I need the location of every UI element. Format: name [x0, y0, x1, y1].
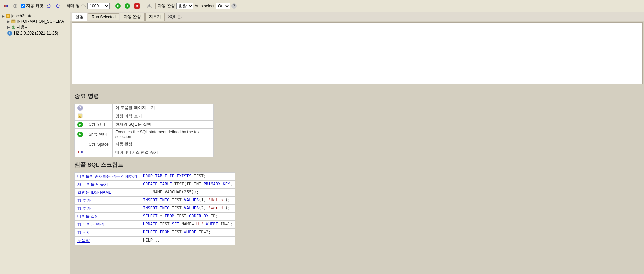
cmd-desc-help: 이 도움말 페이지 보기	[113, 104, 214, 112]
sample-row-delete: 행 삭제 DELETE FROM TEST WHERE ID=2;	[75, 229, 235, 237]
sample-link-help[interactable]: 도움말	[75, 237, 140, 245]
connection-item[interactable]: ▶ jdbc:h2:~/test	[1, 13, 69, 19]
sample-code-select: SELECT * FROM TEST ORDER BY ID;	[140, 213, 235, 221]
svg-rect-12	[11, 20, 15, 23]
sep3	[143, 3, 143, 9]
cmd-shortcut-autocomplete: Ctrl+Space	[86, 140, 113, 148]
cmd-row-disconnect: 데이터베이스 연결 끊기	[75, 148, 214, 157]
max-rows-select[interactable]: 100 1000 10000 100000	[87, 3, 110, 9]
svg-point-4	[15, 5, 16, 7]
connect-button[interactable]	[2, 3, 10, 9]
svg-text:★: ★	[79, 117, 81, 118]
help-area: 중요 명령 ? 이 도움말 페이지 보기	[70, 86, 644, 274]
tab-run-selected[interactable]: Run Selected	[88, 13, 119, 20]
users-icon	[11, 25, 16, 30]
tab-auto-complete[interactable]: 자동 완성	[120, 13, 145, 21]
version-icon: i	[7, 31, 12, 36]
history-button[interactable]	[45, 3, 53, 9]
disconnect-icon	[77, 149, 83, 155]
sample-row-help: 도움말 HELP ...	[75, 237, 235, 245]
cmd-shortcut-disconnect	[86, 148, 113, 157]
sample-row-insert1: 행 추가 INSERT INTO TEST VALUES(1, 'Hello')…	[75, 197, 235, 205]
sample-row-select: 테이블 질의 SELECT * FROM TEST ORDER BY ID;	[75, 213, 235, 221]
connect-icon	[3, 3, 9, 9]
svg-rect-13	[12, 20, 15, 21]
sidebar: ▶ jdbc:h2:~/test ▶ INFORMATION_SCHEMA ▶	[0, 12, 70, 274]
version-item: i H2 2.0.202 (2021-11-25)	[7, 30, 69, 36]
sample-link-select[interactable]: 테이블 질의	[75, 213, 140, 221]
svg-marker-22	[79, 133, 81, 135]
cmd-shortcut-run: Ctrl+엔터	[86, 121, 113, 129]
svg-rect-7	[147, 7, 151, 8]
run-cmd-icon	[77, 122, 83, 127]
stop-icon	[134, 3, 140, 9]
svg-rect-1	[6, 5, 8, 7]
auto-commit-label: 자동 커밋	[26, 3, 43, 9]
sql-label: SQL 문:	[168, 14, 182, 20]
help-icon[interactable]: ?	[231, 3, 237, 9]
cmd-row-history: ★ 명령 이력 보기	[75, 112, 214, 121]
sample-row-insert2: 행 추가 INSERT INTO TEST VALUES(2, 'World')…	[75, 205, 235, 213]
samples-table: 테이블이 존재하는 경우 삭제하기 DROP TABLE IF EXISTS T…	[74, 172, 235, 245]
sample-link-columns[interactable]: 컬럼은 ID와 NAME	[75, 189, 140, 197]
connection-icon	[6, 14, 10, 18]
run-selected-button[interactable]	[123, 3, 131, 9]
cmd-desc-history: 명령 이력 보기	[113, 112, 214, 121]
cmd-icon-run	[75, 121, 86, 129]
settings-button[interactable]	[11, 3, 19, 9]
stop-button[interactable]	[133, 3, 141, 9]
sample-link-delete[interactable]: 행 삭제	[75, 229, 140, 237]
sample-row-update: 행 데이터 변경 UPDATE TEST SET NAME='Hi' WHERE…	[75, 221, 235, 229]
cmd-shortcut-help	[86, 104, 113, 112]
users-expander: ▶	[7, 25, 10, 29]
sample-code-update: UPDATE TEST SET NAME='Hi' WHERE ID=1;	[140, 221, 235, 229]
schema-item[interactable]: ▶ INFORMATION_SCHEMA	[7, 19, 69, 24]
sample-link-insert2[interactable]: 행 추가	[75, 205, 140, 213]
history-icon	[46, 3, 51, 9]
samples-title: 샘플 SQL 스크립트	[74, 161, 640, 169]
sample-link-create[interactable]: 새 테이블 만들기	[75, 181, 140, 189]
svg-marker-6	[59, 5, 60, 6]
auto-complete-label: 자동 완성	[158, 3, 175, 9]
svg-rect-0	[4, 5, 6, 7]
tab-bar: 실행 Run Selected 자동 완성 지우기 SQL 문:	[70, 12, 644, 21]
commands-title: 중요 명령	[74, 92, 640, 100]
connection-expander: ▶	[2, 14, 5, 18]
cmd-icon-autocomplete	[75, 140, 86, 148]
sample-code-insert1: INSERT INTO TEST VALUES(1, 'Hello');	[140, 197, 235, 205]
svg-marker-21	[79, 124, 81, 126]
redo-button[interactable]	[54, 3, 62, 9]
sample-code-insert2: INSERT INTO TEST VALUES(2, 'World');	[140, 205, 235, 213]
auto-commit-checkbox[interactable]: 자동 커밋	[21, 3, 43, 9]
tab-clear[interactable]: 지우기	[145, 13, 165, 21]
sample-code-delete: DELETE FROM TEST WHERE ID=2;	[140, 229, 235, 237]
export-button[interactable]	[145, 3, 153, 9]
users-label: 사용자	[17, 24, 29, 30]
users-item[interactable]: ▶ 사용자	[7, 24, 69, 30]
cmd-row-run: Ctrl+엔터 현재의 SQL 문 실행	[75, 121, 214, 129]
tab-execute[interactable]: 실행	[72, 13, 87, 21]
cmd-icon-history: ★	[75, 112, 86, 121]
cmd-desc-autocomplete: 자동 완성	[113, 140, 214, 148]
sample-code-drop: DROP TABLE IF EXISTS TEST;	[140, 173, 235, 181]
svg-rect-14	[12, 22, 14, 22]
cmd-row-autocomplete: Ctrl+Space 자동 완성	[75, 140, 214, 148]
run-icon	[115, 3, 121, 9]
cmd-icon-disconnect	[75, 148, 86, 157]
sample-code-columns: NAME VARCHAR(255));	[140, 189, 235, 197]
sample-row-create: 새 테이블 만들기 CREATE TABLE TEST(ID INT PRIMA…	[75, 181, 235, 189]
connection-label: jdbc:h2:~/test	[11, 14, 36, 18]
svg-marker-9	[148, 5, 150, 7]
run-button[interactable]	[114, 3, 122, 9]
svg-rect-24	[81, 151, 83, 153]
sample-link-drop[interactable]: 테이블이 존재하는 경우 삭제하기	[75, 173, 140, 181]
sample-link-update[interactable]: 행 데이터 변경	[75, 221, 140, 229]
auto-commit-input[interactable]	[21, 4, 25, 8]
sql-editor[interactable]	[72, 22, 643, 84]
auto-complete-select[interactable]: 한할 전체	[176, 3, 193, 9]
run-selected-icon	[125, 3, 130, 9]
auto-select-select[interactable]: On Off	[216, 3, 230, 9]
cmd-desc-disconnect: 데이터베이스 연결 끊기	[113, 148, 214, 157]
sample-link-insert1[interactable]: 행 추가	[75, 197, 140, 205]
sql-textarea[interactable]	[72, 23, 642, 84]
